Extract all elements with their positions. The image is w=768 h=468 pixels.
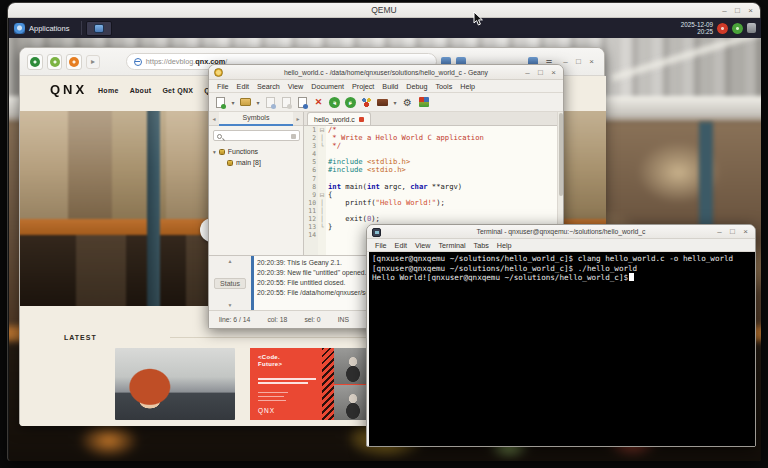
chevron-down-icon[interactable]: ▾: [392, 99, 398, 106]
revert-button[interactable]: [296, 96, 309, 109]
applications-menu[interactable]: Applications: [9, 18, 77, 38]
code-text: int main(int argc, char **argv): [326, 183, 462, 191]
color-chooser-button[interactable]: [417, 96, 430, 109]
latest-heading: LATEST: [64, 334, 97, 341]
close-icon[interactable]: ×: [548, 67, 559, 78]
close-icon[interactable]: ×: [740, 226, 751, 237]
scroll-up-icon[interactable]: ▲: [228, 258, 233, 264]
save-button[interactable]: [264, 96, 277, 109]
open-file-button[interactable]: [239, 96, 252, 109]
menu-item[interactable]: Edit: [237, 82, 249, 91]
qemu-window: QEMU – □ × Applications: [7, 2, 761, 461]
statusbar-field: col: 18: [267, 316, 287, 323]
tab-symbols[interactable]: Symbols: [219, 112, 293, 126]
terminal-line: [qnxuser@qnxqemu ~/solutions/hello_world…: [372, 254, 752, 264]
close-icon[interactable]: ×: [586, 56, 597, 67]
line-number: 10: [304, 199, 318, 207]
terminal-titlebar[interactable]: Terminal - qnxuser@qnxqemu:~/solutions/h…: [367, 225, 755, 239]
geany-window-controls: – □ ×: [522, 65, 559, 79]
tab-status[interactable]: Status: [214, 278, 246, 289]
nav-link[interactable]: Get QNX: [162, 87, 193, 94]
browser-window-controls: – □ ×: [560, 56, 597, 67]
browser-reload-button[interactable]: [66, 54, 82, 70]
panel-clock[interactable]: 2025-12-09 20:25: [681, 21, 713, 35]
chevron-down-icon[interactable]: ▾: [255, 99, 261, 106]
maximize-icon[interactable]: □: [535, 67, 546, 78]
tab-scroll-left-icon[interactable]: ◂: [209, 115, 219, 122]
tree-item-functions[interactable]: ▾ Functions: [213, 146, 261, 157]
tray-notification-icon[interactable]: [717, 23, 728, 34]
symbol-search-input[interactable]: [213, 130, 300, 141]
compile-button[interactable]: [360, 96, 373, 109]
menu-item[interactable]: Help: [497, 241, 512, 250]
menu-item[interactable]: Terminal: [438, 241, 465, 250]
nav-link[interactable]: Home: [98, 87, 119, 94]
statusbar-field: INS: [338, 316, 349, 323]
code-line: 12│ exit(0);: [304, 215, 563, 223]
menu-item[interactable]: Document: [311, 82, 344, 91]
build-brick-icon: [377, 99, 388, 106]
scrollbar-thumb[interactable]: [559, 113, 563, 196]
line-number: 11: [304, 207, 318, 215]
menu-item[interactable]: Project: [352, 82, 374, 91]
save-all-button[interactable]: [280, 96, 293, 109]
tab-hello-world-c[interactable]: hello_world.c: [307, 112, 371, 125]
scroll-down-icon[interactable]: ▼: [228, 302, 233, 308]
applications-label: Applications: [29, 24, 69, 33]
browser-forward-button[interactable]: [47, 54, 63, 70]
close-document-button[interactable]: ✕: [312, 96, 325, 109]
menu-item[interactable]: Build: [382, 82, 398, 91]
menu-item[interactable]: Tabs: [474, 241, 489, 250]
menu-item[interactable]: Debug: [406, 82, 427, 91]
close-icon[interactable]: ×: [745, 5, 756, 16]
maximize-icon[interactable]: □: [727, 226, 738, 237]
statusbar-field: sel: 0: [304, 316, 320, 323]
terminal-screen[interactable]: [qnxuser@qnxqemu ~/solutions/hello_world…: [369, 252, 755, 446]
minimize-icon[interactable]: –: [522, 67, 533, 78]
taskbar-window-button[interactable]: [86, 21, 112, 36]
close-doc-icon: ✕: [315, 97, 323, 107]
clear-search-icon[interactable]: [291, 134, 296, 139]
qemu-titlebar[interactable]: QEMU – □ ×: [8, 3, 760, 18]
card-brand: QNX: [258, 407, 275, 414]
execute-button[interactable]: ⚙: [401, 96, 414, 109]
tray-status-icon[interactable]: [732, 23, 743, 34]
geany-titlebar[interactable]: hello_world.c - /data/home/qnxuser/solut…: [209, 65, 563, 80]
latest-card-photo[interactable]: [115, 348, 235, 420]
maximize-icon[interactable]: □: [732, 5, 743, 16]
code-text: * Write a Hello World C application: [326, 134, 484, 142]
latest-card-feature[interactable]: <Code. Future> QNX: [250, 348, 372, 420]
statusbar-field: line: 6 / 14: [219, 316, 250, 323]
chevron-down-icon[interactable]: ▾: [230, 99, 236, 106]
code-text: */: [326, 142, 341, 150]
menu-item[interactable]: File: [375, 241, 387, 250]
browser-back-button[interactable]: [27, 54, 43, 70]
fold-marker-icon: ⊟: [318, 126, 326, 134]
build-button[interactable]: [376, 96, 389, 109]
new-file-button[interactable]: [214, 96, 227, 109]
menu-item[interactable]: Edit: [395, 241, 407, 250]
menu-item[interactable]: View: [415, 241, 430, 250]
navigate-back-button[interactable]: ◂: [328, 96, 341, 109]
navigate-forward-button[interactable]: ▸: [344, 96, 357, 109]
menu-item[interactable]: Help: [460, 82, 475, 91]
tree-item-main[interactable]: main [8]: [213, 157, 261, 168]
menu-item[interactable]: View: [288, 82, 303, 91]
menu-item[interactable]: Tools: [436, 82, 453, 91]
applications-icon: [14, 23, 25, 34]
menu-item[interactable]: Search: [257, 82, 280, 91]
tree-caret-icon: ▾: [213, 149, 216, 155]
menu-item[interactable]: File: [217, 82, 229, 91]
minimize-icon[interactable]: –: [714, 226, 725, 237]
tab-scroll-right-icon[interactable]: ▸: [293, 115, 303, 122]
minimize-icon[interactable]: –: [719, 5, 730, 16]
line-number: 5: [304, 158, 318, 166]
color-grid-icon: [419, 97, 429, 107]
browser-go-button[interactable]: ▸: [86, 55, 100, 69]
tray-power-icon[interactable]: [747, 23, 756, 33]
revert-icon: [303, 104, 308, 109]
maximize-icon[interactable]: □: [573, 56, 584, 67]
nav-link[interactable]: About: [130, 87, 152, 94]
back-icon: [30, 57, 40, 67]
qnx-logo[interactable]: QNX: [50, 83, 87, 97]
